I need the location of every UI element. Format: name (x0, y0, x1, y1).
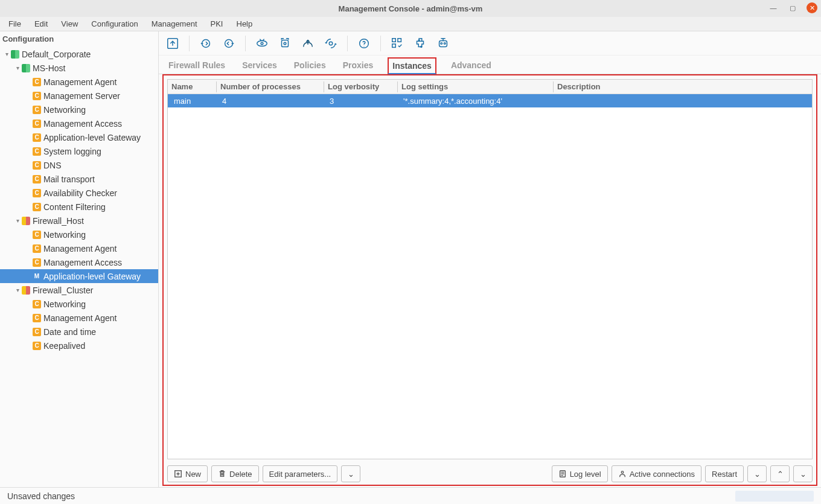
menu-view[interactable]: View (55, 18, 84, 30)
menu-management[interactable]: Management (145, 18, 203, 30)
col-verbosity[interactable]: Log verbosity (324, 81, 397, 92)
menubar: File Edit View Configuration Management … (0, 17, 821, 31)
robot-icon[interactable] (434, 34, 452, 53)
tree-item-label: Application-level Gateway (43, 133, 141, 142)
cell: 3 (324, 97, 397, 106)
menu-pki[interactable]: PKI (205, 18, 229, 30)
titlebar: Management Console - admin@ms-vm — ▢ ✕ (0, 0, 821, 17)
tree-item-label: Keepalived (43, 341, 85, 351)
col-description[interactable]: Description (553, 81, 812, 92)
sync-out-icon[interactable] (220, 34, 238, 53)
instances-table[interactable]: Name Number of processes Log verbosity L… (167, 79, 813, 459)
host-icon (22, 64, 30, 72)
expand-caret-icon[interactable]: ▾ (2, 51, 11, 57)
instances-panel: Name Number of processes Log verbosity L… (162, 74, 817, 486)
move-up-button[interactable]: ⌃ (770, 465, 790, 482)
config-tree[interactable]: ▾Default_Corporate▾MS-HostCManagement Ag… (0, 47, 158, 487)
tree-item-label: Management Access (43, 119, 122, 129)
tree-item[interactable]: CManagement Access (0, 255, 158, 269)
table-header: Name Number of processes Log verbosity L… (168, 80, 812, 94)
delete-button[interactable]: Delete (211, 465, 259, 482)
tab-firewall-rules[interactable]: Firewall Rules (166, 57, 228, 74)
tree-item[interactable]: CDNS (0, 158, 158, 172)
active-connections-button[interactable]: Active connections (612, 465, 701, 482)
tree-item[interactable]: ▾MS-Host (0, 61, 158, 75)
tree-item-label: Mail transport (43, 174, 95, 184)
menu-edit[interactable]: Edit (28, 18, 54, 30)
new-label: New (185, 470, 201, 479)
tree-item-label: Default_Corporate (22, 49, 91, 59)
tab-services[interactable]: Services (240, 57, 280, 74)
module-icon: M (33, 272, 41, 281)
edit-parameters-button[interactable]: Edit parameters... (263, 465, 338, 482)
close-button[interactable]: ✕ (807, 2, 817, 13)
tree-item[interactable]: CManagement Agent (0, 241, 158, 255)
restart-button[interactable]: Restart (705, 465, 744, 482)
tree-item[interactable]: CSystem logging (0, 144, 158, 158)
help-cycle-icon[interactable] (355, 34, 373, 53)
gear-swap-icon[interactable] (276, 34, 294, 53)
tree-item[interactable]: CApplication-level Gateway (0, 130, 158, 144)
tab-policies[interactable]: Policies (292, 57, 328, 74)
col-name[interactable]: Name (168, 81, 216, 92)
move-down-button[interactable]: ⌄ (793, 465, 813, 482)
maximize-button[interactable]: ▢ (787, 2, 798, 13)
tree-item[interactable]: CNetworking (0, 103, 158, 116)
upload-gear-icon[interactable] (299, 34, 317, 53)
status-text: Unsaved changes (7, 491, 75, 501)
tree-item-label: System logging (43, 147, 101, 156)
restart-dropdown-button[interactable]: ⌄ (747, 465, 767, 482)
tree-item-label: Networking (43, 299, 86, 309)
tree-item[interactable]: ▾Firewall_Host (0, 214, 158, 228)
tree-item[interactable]: CKeepalived (0, 339, 158, 352)
table-row[interactable]: main43'*.summary:4,*.accounting:4' (168, 94, 812, 107)
tree-item[interactable]: ▾Default_Corporate (0, 47, 158, 61)
expand-caret-icon[interactable]: ▾ (13, 287, 22, 293)
view-toggle-icon[interactable] (253, 34, 271, 53)
tab-instances[interactable]: Instances (388, 57, 436, 74)
tree-item[interactable]: CDate and time (0, 325, 158, 339)
expand-caret-icon[interactable]: ▾ (13, 65, 22, 71)
nav-back-icon[interactable] (164, 34, 182, 53)
new-button[interactable]: New (167, 465, 208, 482)
menu-file[interactable]: File (2, 18, 27, 30)
svg-point-1 (202, 39, 210, 47)
tree-item[interactable]: CNetworking (0, 297, 158, 311)
gear-cycle-icon[interactable] (322, 34, 340, 53)
edit-dropdown-button[interactable]: ⌄ (341, 465, 360, 482)
sync-in-icon[interactable] (197, 34, 215, 53)
statusbar: Unsaved changes (0, 487, 821, 504)
trash-icon (218, 470, 226, 478)
tree-item[interactable]: CManagement Agent (0, 75, 158, 89)
tree-item[interactable]: CAvailability Checker (0, 186, 158, 200)
tree-item[interactable]: ▾Firewall_Cluster (0, 283, 158, 297)
minimize-button[interactable]: — (768, 2, 779, 13)
menu-help[interactable]: Help (231, 18, 259, 30)
component-icon: C (33, 147, 41, 156)
col-settings[interactable]: Log settings (397, 81, 553, 92)
tree-item[interactable]: CManagement Access (0, 116, 158, 130)
tree-item[interactable]: CNetworking (0, 228, 158, 241)
component-icon: C (33, 161, 41, 170)
tree-item[interactable]: CContent Filtering (0, 200, 158, 214)
expand-caret-icon[interactable]: ▾ (13, 217, 22, 224)
component-icon: C (33, 106, 41, 114)
tab-proxies[interactable]: Proxies (340, 57, 376, 74)
component-icon: C (33, 120, 41, 128)
tree-item[interactable]: MApplication-level Gateway (0, 269, 158, 283)
active-label: Active connections (630, 470, 695, 479)
component-icon: C (33, 258, 41, 267)
component-icon: C (33, 203, 41, 211)
tree-item-label: MS-Host (33, 63, 65, 73)
apps-check-icon[interactable] (388, 34, 406, 53)
tree-item-label: Management Access (43, 258, 122, 267)
log-level-button[interactable]: Log level (552, 465, 608, 482)
python-icon[interactable] (411, 34, 429, 53)
menu-configuration[interactable]: Configuration (85, 18, 144, 30)
tree-item[interactable]: CManagement Agent (0, 311, 158, 325)
tab-advanced[interactable]: Advanced (449, 57, 494, 74)
tree-item[interactable]: CManagement Server (0, 89, 158, 103)
col-processes[interactable]: Number of processes (216, 81, 324, 92)
tree-item[interactable]: CMail transport (0, 172, 158, 186)
component-icon: C (33, 78, 41, 86)
